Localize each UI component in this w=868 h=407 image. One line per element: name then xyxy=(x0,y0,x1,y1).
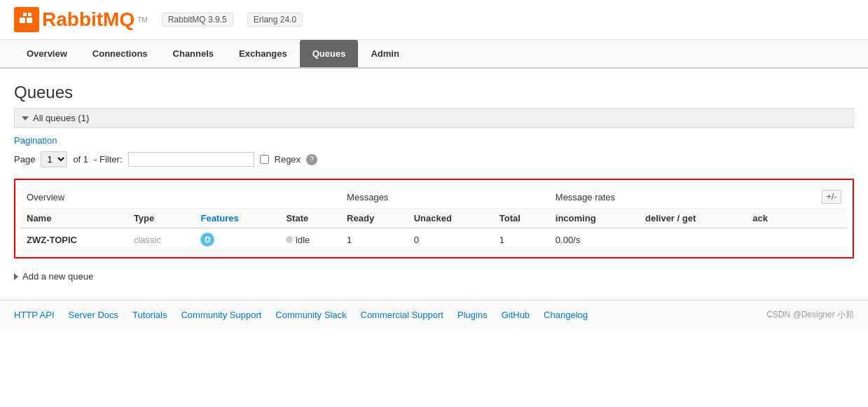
filter-input[interactable] xyxy=(128,152,254,167)
queue-type: classic xyxy=(128,228,195,251)
svg-rect-2 xyxy=(23,13,27,16)
overview-group-header: Overview xyxy=(21,186,341,209)
svg-rect-3 xyxy=(28,13,32,16)
footer-credit: CSDN @Designer 小郑 xyxy=(766,309,854,321)
footer-commercial-support[interactable]: Commercial Support xyxy=(361,310,444,320)
col-ack: ack xyxy=(747,209,793,228)
logo-rabbit: RabbitMQ xyxy=(42,8,135,30)
footer: HTTP API Server Docs Tutorials Community… xyxy=(0,300,868,329)
plus-minus-cell[interactable]: +/- xyxy=(793,186,847,209)
feature-d-badge: D xyxy=(200,233,214,247)
collapse-icon xyxy=(22,116,29,120)
erlang-version-badge: Erlang 24.0 xyxy=(247,13,303,27)
add-queue-toggle[interactable]: Add a new queue xyxy=(14,267,854,286)
state-dot xyxy=(286,236,293,243)
col-unacked: Unacked xyxy=(408,209,494,228)
expand-icon xyxy=(14,273,18,280)
message-rates-group-header: Message rates xyxy=(550,186,793,209)
queue-state: idle xyxy=(280,228,341,251)
logo-icon xyxy=(14,7,39,32)
header: RabbitMQ TM RabbitMQ 3.9.5 Erlang 24.0 xyxy=(0,0,868,40)
col-type: Type xyxy=(128,209,195,228)
queue-ack xyxy=(747,228,793,251)
col-deliver-get: deliver / get xyxy=(640,209,747,228)
queue-features: D xyxy=(195,228,280,251)
all-queues-header[interactable]: All queues (1) xyxy=(14,108,854,128)
table-row[interactable]: ZWZ-TOPIC classic D idle 1 0 1 0.00/s xyxy=(21,228,847,251)
messages-group-header: Messages xyxy=(341,186,550,209)
queue-extra xyxy=(793,228,847,251)
svg-rect-0 xyxy=(20,18,25,23)
column-header-row: Name Type Features State Ready Unacked T… xyxy=(21,209,847,228)
queue-total: 1 xyxy=(494,228,550,251)
queue-deliver-get xyxy=(640,228,747,251)
regex-checkbox[interactable] xyxy=(260,155,269,164)
footer-plugins[interactable]: Plugins xyxy=(457,310,488,320)
logo: RabbitMQ TM xyxy=(14,7,148,32)
filter-label: - Filter: xyxy=(94,154,122,165)
pagination-row: Page 1 of 1 - Filter: Regex ? xyxy=(14,151,854,167)
nav-admin[interactable]: Admin xyxy=(358,40,411,67)
queue-ready: 1 xyxy=(341,228,408,251)
all-queues-label: All queues (1) xyxy=(33,113,89,123)
queue-unacked: 0 xyxy=(408,228,494,251)
col-name: Name xyxy=(21,209,128,228)
rabbitmq-icon xyxy=(19,12,34,27)
footer-http-api[interactable]: HTTP API xyxy=(14,310,55,320)
content-area: Queues All queues (1) Pagination Page 1 … xyxy=(0,69,868,300)
col-ready: Ready xyxy=(341,209,408,228)
col-state: State xyxy=(280,209,341,228)
help-icon[interactable]: ? xyxy=(306,154,317,165)
col-features: Features xyxy=(195,209,280,228)
regex-label: Regex xyxy=(275,154,301,165)
logo-tm: TM xyxy=(137,16,147,24)
queue-incoming: 0.00/s xyxy=(550,228,640,251)
main-nav: Overview Connections Channels Exchanges … xyxy=(0,40,868,69)
footer-community-slack[interactable]: Community Slack xyxy=(275,310,346,320)
page-title: Queues xyxy=(14,83,854,102)
col-extra xyxy=(793,209,847,228)
queues-table-container: Overview Messages Message rates +/- Name… xyxy=(14,179,854,258)
group-header-row: Overview Messages Message rates +/- xyxy=(21,186,847,209)
rabbitmq-version-badge: RabbitMQ 3.9.5 xyxy=(162,13,233,27)
footer-tutorials[interactable]: Tutorials xyxy=(132,310,167,320)
nav-queues[interactable]: Queues xyxy=(300,40,359,67)
footer-changelog[interactable]: Changelog xyxy=(544,310,588,320)
footer-server-docs[interactable]: Server Docs xyxy=(69,310,119,320)
footer-github[interactable]: GitHub xyxy=(502,310,530,320)
logo-text: RabbitMQ xyxy=(42,8,135,31)
footer-community-support[interactable]: Community Support xyxy=(181,310,261,320)
state-label: idle xyxy=(296,235,310,245)
page-label: Page xyxy=(14,154,35,165)
nav-connections[interactable]: Connections xyxy=(80,40,160,67)
nav-exchanges[interactable]: Exchanges xyxy=(226,40,300,67)
queue-name: ZWZ-TOPIC xyxy=(21,228,128,251)
page-select[interactable]: 1 xyxy=(41,151,67,167)
add-queue-label: Add a new queue xyxy=(22,271,93,282)
plus-minus-button[interactable]: +/- xyxy=(822,190,841,204)
of-label: of 1 xyxy=(73,154,88,165)
svg-rect-1 xyxy=(27,18,32,23)
col-incoming: incoming xyxy=(550,209,640,228)
nav-channels[interactable]: Channels xyxy=(160,40,227,67)
pagination-toggle[interactable]: Pagination xyxy=(14,135,854,146)
col-total: Total xyxy=(494,209,550,228)
nav-overview[interactable]: Overview xyxy=(14,40,80,67)
queues-table: Overview Messages Message rates +/- Name… xyxy=(21,186,847,251)
